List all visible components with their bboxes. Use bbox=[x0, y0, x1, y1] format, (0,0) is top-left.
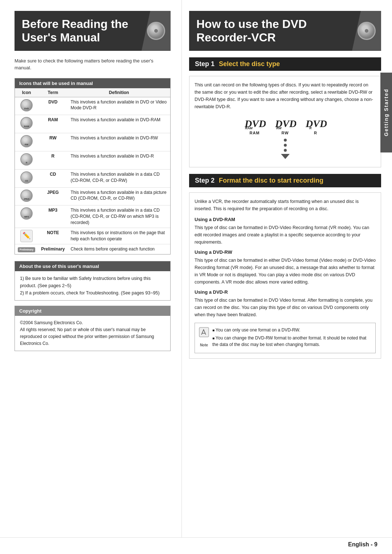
right-title-decoration bbox=[352, 11, 381, 51]
icon-cell: ✏️ bbox=[15, 228, 38, 244]
disc-label-ram: RAM bbox=[249, 131, 260, 135]
page-footer: English - 9 bbox=[0, 537, 392, 554]
table-row: ✏️NOTEThis involves tips or instructions… bbox=[15, 228, 170, 244]
disc-logo-ram: DVD RAM RAM bbox=[244, 116, 266, 135]
left-intro-text: Make sure to check the following matters… bbox=[15, 57, 171, 72]
step1-title: Select the disc type bbox=[219, 60, 280, 68]
table-row: RAM RAMThis involves a function availabl… bbox=[15, 115, 170, 133]
table-row: DVD DVDThis involves a function availabl… bbox=[15, 97, 170, 115]
icons-table-header: Icons that will be used in manual bbox=[15, 78, 170, 88]
icon-cell: RAM bbox=[15, 115, 38, 133]
copyright-line2: All rights reserved; No part or whole of… bbox=[20, 326, 165, 347]
term-cell: MP3 bbox=[38, 205, 68, 228]
icon-badge-mp3: MP3 bbox=[20, 207, 33, 220]
term-cell: Preliminary bbox=[38, 244, 68, 254]
step2-num: Step 2 bbox=[195, 177, 215, 184]
step2-text-dvdrw: This type of disc can be formatted in ei… bbox=[195, 257, 376, 286]
about-box: About the use of this user's manual 1) B… bbox=[15, 261, 171, 301]
side-tab: Getting Started bbox=[380, 73, 392, 152]
icon-cell: DVD bbox=[15, 97, 38, 115]
table-row: MP3 MP3This involves a function availabl… bbox=[15, 205, 170, 228]
icon-cell: CD bbox=[15, 169, 38, 187]
definition-cell: This involves a function available in DV… bbox=[68, 133, 170, 151]
right-title-box: How to use the DVD Recorder-VCR bbox=[189, 11, 381, 51]
term-cell: RW bbox=[38, 133, 68, 151]
term-cell: DVD bbox=[38, 97, 68, 115]
copyright-box-content: ©2004 Samsung Electronics Co. All rights… bbox=[15, 316, 170, 351]
icon-cell: JPEG bbox=[15, 187, 38, 205]
main-columns: Before Reading the User's Manual Make su… bbox=[0, 0, 392, 537]
step2-title: Format the disc to start recording bbox=[219, 177, 323, 184]
definition-cell: Check items before operating each functi… bbox=[68, 244, 170, 254]
note-content: You can only use one format on a DVD-RW.… bbox=[212, 327, 372, 349]
disc-logo-rw: DVD RW RW bbox=[274, 116, 296, 135]
col-term: Term bbox=[38, 88, 68, 97]
note-icon bbox=[199, 330, 209, 339]
icon-badge-jpeg: JPEG bbox=[20, 190, 33, 202]
step1-intro: This unit can record on the following ty… bbox=[195, 81, 376, 110]
icon-cell: Preliminary bbox=[15, 244, 38, 254]
disc-icon-right bbox=[358, 22, 376, 40]
disc-logo-r: DVD R R bbox=[305, 116, 327, 135]
term-cell: RAM bbox=[38, 115, 68, 133]
table-row: R RThis involves a function available in… bbox=[15, 151, 170, 169]
col-definition: Definition bbox=[68, 88, 170, 97]
icon-badge-rw: RW bbox=[20, 135, 33, 147]
dot1 bbox=[284, 139, 287, 142]
left-title-box: Before Reading the User's Manual bbox=[15, 11, 171, 51]
copyright-line1: ©2004 Samsung Electronics Co. bbox=[20, 319, 165, 326]
table-row: RW RWThis involves a function available … bbox=[15, 133, 170, 151]
step2-header: Step 2 Format the disc to start recordin… bbox=[189, 174, 381, 187]
note-icon-area: Note bbox=[199, 327, 209, 349]
left-title: Before Reading the User's Manual bbox=[22, 17, 163, 44]
page-number: English - 9 bbox=[348, 541, 377, 548]
icons-table: Icon Term Definition DVD DVDThis involve… bbox=[15, 88, 170, 254]
term-cell: NOTE bbox=[38, 228, 68, 244]
dot2 bbox=[284, 144, 287, 147]
definition-cell: This involves tips or instructions on th… bbox=[68, 228, 170, 244]
step1-num: Step 1 bbox=[195, 60, 215, 68]
about-item-1: 1) Be sure to be familiar with Safety In… bbox=[20, 275, 165, 289]
svg-text:RW: RW bbox=[276, 126, 282, 129]
disc-label-rw: RW bbox=[281, 131, 289, 135]
step2-sub-dvdr: Using a DVD-R bbox=[195, 289, 376, 295]
disc-label-r: R bbox=[314, 131, 317, 135]
definition-cell: This involves a function available in DV… bbox=[68, 97, 170, 115]
step1-section: This unit can record on the following ty… bbox=[189, 76, 381, 167]
step2-section: Unlike a VCR, the recorder automatically… bbox=[189, 192, 381, 359]
svg-text:DVD: DVD bbox=[305, 118, 327, 129]
icon-badge-r: R bbox=[20, 153, 33, 166]
page-container: Before Reading the User's Manual Make su… bbox=[0, 0, 392, 554]
dvd-logo-r: DVD R bbox=[305, 116, 327, 129]
note-box: Note You can only use one format on a DV… bbox=[195, 323, 376, 353]
right-title: How to use the DVD Recorder-VCR bbox=[196, 17, 374, 44]
definition-cell: This involves a function available in a … bbox=[68, 205, 170, 228]
svg-text:R: R bbox=[309, 126, 312, 129]
step2-text-dvdr: This type of disc can be formatted in DV… bbox=[195, 297, 376, 318]
term-cell: JPEG bbox=[38, 187, 68, 205]
definition-cell: This involves a function available in DV… bbox=[68, 115, 170, 133]
definition-cell: This involves a function available in a … bbox=[68, 169, 170, 187]
col-icon: Icon bbox=[15, 88, 38, 97]
note-item-2: You can change the DVD-RW format to anot… bbox=[212, 335, 372, 348]
svg-text:RAM: RAM bbox=[245, 126, 253, 129]
icon-badge-prelim: Preliminary bbox=[18, 247, 35, 252]
left-column: Before Reading the User's Manual Make su… bbox=[0, 0, 181, 537]
side-tab-text: Getting Started bbox=[383, 89, 389, 136]
copyright-box-header: Copyright bbox=[15, 306, 170, 316]
step2-text-dvdram: This type of disc can be formatted in DV… bbox=[195, 224, 376, 246]
definition-cell: This involves a function available in DV… bbox=[68, 151, 170, 169]
about-box-content: 1) Be sure to be familiar with Safety In… bbox=[15, 271, 170, 300]
table-row: CD CDThis involves a function available … bbox=[15, 169, 170, 187]
icon-badge-ram: RAM bbox=[20, 117, 33, 129]
about-item-2: 2) If a problem occurs, check for Troubl… bbox=[20, 289, 165, 297]
icon-badge-dvd: DVD bbox=[20, 99, 33, 111]
table-row: JPEG JPEGThis involves a function availa… bbox=[15, 187, 170, 205]
term-cell: R bbox=[38, 151, 68, 169]
copyright-box: Copyright ©2004 Samsung Electronics Co. … bbox=[15, 306, 171, 351]
note-label: Note bbox=[199, 342, 209, 348]
step2-intro: Unlike a VCR, the recorder automatically… bbox=[195, 198, 376, 212]
icons-table-box: Icons that will be used in manual Icon T… bbox=[15, 78, 171, 254]
icon-cell: MP3 bbox=[15, 205, 38, 228]
step1-header: Step 1 Select the disc type bbox=[189, 57, 381, 71]
